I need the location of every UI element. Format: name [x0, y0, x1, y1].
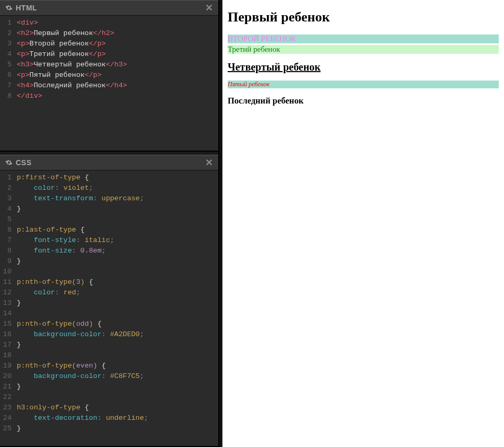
css-panel: CSS ✕ 1 2 3 4 5 6 7 8 9 10 11 12 13 14 1…: [0, 155, 218, 447]
html-panel: HTML ✕ 1 2 3 4 5 6 7 8 <div> <h2>Первый …: [0, 0, 218, 152]
html-editor[interactable]: 1 2 3 4 5 6 7 8 <div> <h2>Первый ребенок…: [0, 16, 218, 151]
html-panel-title: HTML: [16, 4, 205, 12]
close-icon[interactable]: ✕: [205, 2, 213, 14]
gear-icon[interactable]: [5, 159, 13, 166]
css-editor[interactable]: 1 2 3 4 5 6 7 8 9 10 11 12 13 14 15 16 1…: [0, 170, 218, 446]
css-gutter: 1 2 3 4 5 6 7 8 9 10 11 12 13 14 15 16 1…: [0, 170, 15, 446]
preview-h2: Первый ребенок: [228, 9, 499, 25]
html-panel-header: HTML ✕: [0, 0, 218, 16]
preview-h4: Последний ребенок: [228, 96, 499, 106]
close-icon[interactable]: ✕: [205, 157, 213, 168]
preview-pane: Первый ребенок Второй ребенок Третий реб…: [222, 0, 504, 447]
html-gutter: 1 2 3 4 5 6 7 8: [0, 16, 15, 151]
preview-p1: Второй ребенок: [228, 35, 499, 43]
css-panel-title: CSS: [16, 158, 205, 167]
preview-p3: Пятый ребенок: [228, 81, 499, 88]
gear-icon[interactable]: [5, 4, 13, 12]
editor-column: HTML ✕ 1 2 3 4 5 6 7 8 <div> <h2>Первый …: [0, 0, 219, 447]
html-code[interactable]: <div> <h2>Первый ребенок</h2> <p>Второй …: [15, 16, 218, 151]
css-code[interactable]: p:first-of-type { color: violet; text-tr…: [15, 170, 218, 446]
preview-p2: Третий ребенок: [228, 45, 499, 54]
preview-h3: Четвертый ребенок: [228, 61, 499, 73]
css-panel-header: CSS ✕: [0, 155, 218, 170]
